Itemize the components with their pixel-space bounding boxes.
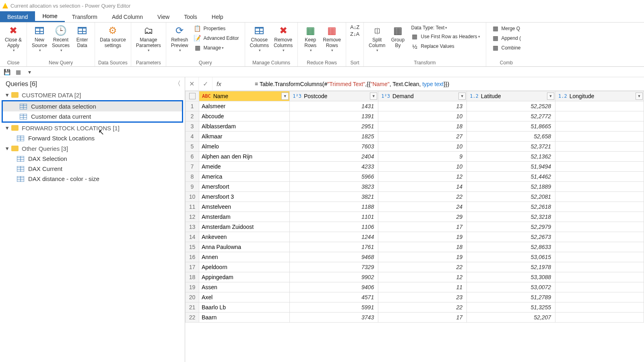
append-queries-button[interactable]: ▦Append (: [490, 34, 523, 43]
table-row[interactable]: 10Amersfoort 338212252,2081: [186, 192, 644, 202]
cell-name[interactable]: Baarlo Lb: [199, 302, 290, 313]
table-row[interactable]: 7Ameide42331051,9494: [186, 162, 644, 172]
table-row[interactable]: 13Amsterdam Zuidoost11061752,2979: [186, 222, 644, 232]
cell-longitude[interactable]: [555, 272, 644, 282]
cell-postcode[interactable]: 2951: [290, 121, 378, 132]
column-header-longitude[interactable]: 1.2Longitude▼: [555, 91, 644, 101]
cell-longitude[interactable]: [555, 192, 644, 202]
row-number[interactable]: 14: [186, 232, 199, 242]
cell-latitude[interactable]: 51,2789: [467, 292, 555, 302]
cell-longitude[interactable]: [555, 111, 644, 121]
cell-longitude[interactable]: [555, 262, 644, 272]
cell-demand[interactable]: 11: [378, 282, 467, 292]
cell-demand[interactable]: 29: [378, 212, 467, 222]
manage-query-button[interactable]: ▦Manage: [192, 43, 241, 52]
save-icon[interactable]: 💾: [3, 68, 10, 76]
first-row-headers-button[interactable]: ▦Use First Row as Headers: [409, 32, 481, 41]
cell-postcode[interactable]: 4233: [290, 162, 378, 172]
cell-postcode[interactable]: 3821: [290, 192, 378, 202]
cell-longitude[interactable]: [555, 222, 644, 232]
row-number[interactable]: 4: [186, 132, 199, 142]
select-all-corner[interactable]: [186, 91, 199, 101]
cell-demand[interactable]: 22: [378, 192, 467, 202]
menu-file[interactable]: Bestand: [0, 11, 35, 22]
row-number[interactable]: 2: [186, 111, 199, 121]
qat-dropdown-icon[interactable]: ▾: [26, 68, 33, 76]
cell-longitude[interactable]: [555, 282, 644, 292]
table-row[interactable]: 3Alblasserdam29511851,8665: [186, 121, 644, 132]
cell-demand[interactable]: 17: [378, 222, 467, 232]
data-grid[interactable]: ABCName▼1²3Postcode▼1²3Demand▼1.2Latitud…: [185, 91, 644, 362]
query-item[interactable]: DAX distance - color - size: [0, 174, 185, 184]
query-item[interactable]: Forward Stock Locations: [0, 133, 185, 143]
cell-latitude[interactable]: 51,8665: [467, 121, 555, 132]
menu-tab-view[interactable]: View: [150, 11, 177, 22]
table-view-icon[interactable]: ▦: [14, 68, 22, 76]
formula-cancel-icon[interactable]: ✕: [185, 77, 199, 91]
row-number[interactable]: 19: [186, 282, 199, 292]
table-row[interactable]: 8America59661251,4462: [186, 172, 644, 182]
cell-name[interactable]: Axel: [199, 292, 290, 302]
cell-demand[interactable]: 24: [378, 202, 467, 212]
cell-latitude[interactable]: 52,2979: [467, 222, 555, 232]
cell-demand[interactable]: 13: [378, 101, 467, 111]
table-row[interactable]: 5Almelo76031052,3721: [186, 142, 644, 152]
cell-longitude[interactable]: [555, 242, 644, 252]
cell-demand[interactable]: 17: [378, 313, 467, 323]
cell-latitude[interactable]: 52,8633: [467, 242, 555, 252]
cell-latitude[interactable]: 52,2081: [467, 192, 555, 202]
data-source-settings-button[interactable]: ⚙ Data source settings: [97, 23, 128, 49]
cell-postcode[interactable]: 9902: [290, 272, 378, 282]
table-row[interactable]: 14Ankeveen12441952,2673: [186, 232, 644, 242]
cell-demand[interactable]: 23: [378, 292, 467, 302]
row-number[interactable]: 1: [186, 101, 199, 111]
row-number[interactable]: 10: [186, 192, 199, 202]
choose-columns-button[interactable]: Choose Columns: [248, 23, 271, 53]
cell-postcode[interactable]: 4571: [290, 292, 378, 302]
query-group[interactable]: ▾Other Queries [3]: [0, 143, 185, 154]
row-number[interactable]: 20: [186, 292, 199, 302]
cell-latitude[interactable]: 52,2618: [467, 202, 555, 212]
cell-longitude[interactable]: [555, 162, 644, 172]
cell-postcode[interactable]: 2404: [290, 152, 378, 162]
cell-longitude[interactable]: [555, 121, 644, 132]
cell-latitude[interactable]: 52,658: [467, 132, 555, 142]
row-number[interactable]: 17: [186, 262, 199, 272]
replace-values-button[interactable]: ½Replace Values: [409, 42, 481, 51]
cell-name[interactable]: Anna Paulowna: [199, 242, 290, 252]
cell-latitude[interactable]: 52,2528: [467, 101, 555, 111]
cell-demand[interactable]: 22: [378, 262, 467, 272]
cell-longitude[interactable]: [555, 132, 644, 142]
cell-postcode[interactable]: 9468: [290, 252, 378, 262]
sort-asc-button[interactable]: A↓Z: [350, 24, 359, 30]
cell-demand[interactable]: 18: [378, 242, 467, 252]
collapse-sidebar-icon[interactable]: 〈: [174, 80, 181, 88]
cell-postcode[interactable]: 1431: [290, 101, 378, 111]
table-row[interactable]: 17Apeldoorn73292252,1978: [186, 262, 644, 272]
cell-longitude[interactable]: [555, 252, 644, 262]
cell-name[interactable]: Aalsmeer: [199, 101, 290, 111]
cell-name[interactable]: Amsterdam Zuidoost: [199, 222, 290, 232]
cell-name[interactable]: Alblasserdam: [199, 121, 290, 132]
row-number[interactable]: 6: [186, 152, 199, 162]
cell-name[interactable]: Abcoude: [199, 111, 290, 121]
cell-latitude[interactable]: 52,2772: [467, 111, 555, 121]
table-row[interactable]: 12Amsterdam11012952,3218: [186, 212, 644, 222]
data-type-dropdown[interactable]: Data Type: Text: [409, 24, 481, 31]
cell-latitude[interactable]: 52,3218: [467, 212, 555, 222]
cell-postcode[interactable]: 7329: [290, 262, 378, 272]
cell-postcode[interactable]: 1106: [290, 222, 378, 232]
filter-icon[interactable]: ▼: [547, 93, 554, 100]
row-number[interactable]: 3: [186, 121, 199, 132]
query-item[interactable]: DAX Current: [0, 164, 185, 174]
merge-queries-button[interactable]: ▦Merge Q: [490, 24, 523, 33]
menu-tab-help[interactable]: Help: [204, 11, 231, 22]
cell-postcode[interactable]: 3823: [290, 182, 378, 192]
row-number[interactable]: 11: [186, 202, 199, 212]
cell-name[interactable]: Assen: [199, 282, 290, 292]
cell-name[interactable]: Ankeveen: [199, 232, 290, 242]
cell-postcode[interactable]: 3743: [290, 313, 378, 323]
table-row[interactable]: 9Amersfoort38231452,1889: [186, 182, 644, 192]
cell-postcode[interactable]: 9406: [290, 282, 378, 292]
cell-demand[interactable]: 10: [378, 111, 467, 121]
